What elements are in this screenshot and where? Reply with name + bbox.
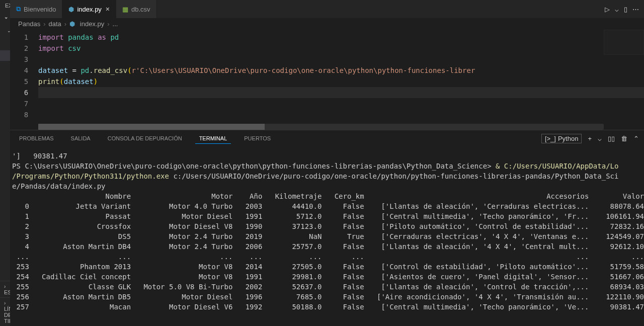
close-icon[interactable]: ×: [106, 5, 110, 13]
chevron-down-icon: ⌄: [4, 14, 8, 20]
breadcrumb-item[interactable]: ...: [113, 20, 118, 28]
panel-actions: [>_] Python + ⌵ ▯▯ 🗑 ⌃: [541, 134, 639, 143]
breadcrumb-item[interactable]: data: [49, 20, 61, 28]
breadcrumb[interactable]: Pandas›data›⬢ index.py›...: [10, 18, 644, 30]
split-editor-icon[interactable]: ▯: [624, 6, 627, 13]
code-line[interactable]: dataset = pd.read_csv(r'C:\Users\USUARIO…: [38, 65, 644, 76]
trash-icon[interactable]: 🗑: [621, 135, 627, 142]
tabs-actions: ▷ ⌵ ▯ ⋯: [605, 0, 644, 18]
chevron-right-icon: ›: [64, 20, 66, 28]
sidebar-section-esquema[interactable]: › ESQUEMA: [0, 281, 10, 297]
code-line[interactable]: import pandas as pd: [38, 32, 644, 43]
code-line[interactable]: [38, 87, 644, 98]
editor-tabs: ⧉Bienvenido⬢index.py×▦db.csv ▷ ⌵ ▯ ⋯: [10, 0, 644, 18]
split-terminal-icon[interactable]: ▯▯: [608, 135, 615, 142]
horizontal-scrollbar[interactable]: [38, 124, 604, 130]
sidebar: EXPLORADOR ⋯ ⌄ PYTHON_DATA_SCIENCE ⌄ Pan…: [0, 0, 10, 326]
editor-tab[interactable]: ⧉Bienvenido: [10, 0, 62, 18]
terminal-chev-icon[interactable]: ⌵: [598, 135, 602, 142]
breadcrumb-item[interactable]: Pandas: [18, 20, 40, 28]
tree-file[interactable]: ▦db.csv: [0, 40, 10, 50]
run-icon[interactable]: ▷: [605, 6, 610, 13]
panel-tab-puertos[interactable]: PUERTOS: [240, 133, 275, 144]
new-terminal-icon[interactable]: +: [588, 135, 592, 142]
panel-tab-problemas[interactable]: PROBLEMAS: [15, 133, 57, 144]
code-line[interactable]: [38, 109, 644, 120]
code-editor[interactable]: 12345678 import pandas as pdimport csv d…: [10, 30, 644, 130]
breadcrumb-item[interactable]: ⬢ index.py: [69, 20, 104, 28]
tree-file[interactable]: ⬢index.py: [0, 50, 10, 61]
code-line[interactable]: [38, 54, 644, 65]
explorer-header: EXPLORADOR ⋯: [0, 0, 10, 12]
code-line[interactable]: [38, 98, 644, 109]
csv-icon: ▦: [122, 6, 128, 13]
code-line[interactable]: print(dataset): [38, 76, 644, 87]
terminal-output[interactable]: '] 90381.47 PS C:\Users\USUARIO\OneDrive…: [10, 147, 644, 326]
tree-folder[interactable]: ⌄ Pandas \ data: [0, 22, 10, 40]
sidebar-section-linea[interactable]: › LÍNEA DE TIEMPO: [0, 297, 10, 326]
panel-tabs: PROBLEMASSALIDACONSOLA DE DEPURACIÓNTERM…: [10, 130, 644, 147]
maximize-panel-icon[interactable]: ⌃: [633, 135, 639, 142]
panel-tab-terminal[interactable]: TERMINAL: [195, 133, 231, 144]
code-line[interactable]: import csv: [38, 43, 644, 54]
chevron-right-icon: ›: [107, 20, 109, 28]
more-icon[interactable]: ⋯: [632, 6, 639, 13]
code-area[interactable]: import pandas as pdimport csv dataset = …: [38, 30, 644, 130]
run-more-icon[interactable]: ⌵: [615, 6, 619, 13]
explorer-label: EXPLORADOR: [5, 3, 10, 9]
panel-tab-consola-de-depuración[interactable]: CONSOLA DE DEPURACIÓN: [104, 133, 186, 144]
bottom-panel: PROBLEMASSALIDACONSOLA DE DEPURACIÓNTERM…: [10, 130, 644, 326]
editor-tab[interactable]: ▦db.csv: [116, 0, 157, 18]
minimap[interactable]: [604, 30, 644, 55]
project-title[interactable]: ⌄ PYTHON_DATA_SCIENCE: [0, 12, 10, 22]
editor-tab[interactable]: ⬢index.py×: [62, 0, 116, 18]
vscode-icon: ⧉: [16, 5, 21, 13]
gutter: 12345678: [10, 30, 38, 130]
python-icon: ⬢: [68, 6, 74, 13]
python-icon: ⬢: [69, 20, 75, 28]
terminal-profile-button[interactable]: [>_] Python: [541, 134, 582, 143]
panel-tab-salida[interactable]: SALIDA: [67, 133, 95, 144]
chevron-right-icon: ›: [43, 20, 45, 28]
main-area: ⧉Bienvenido⬢index.py×▦db.csv ▷ ⌵ ▯ ⋯ Pan…: [10, 0, 644, 326]
